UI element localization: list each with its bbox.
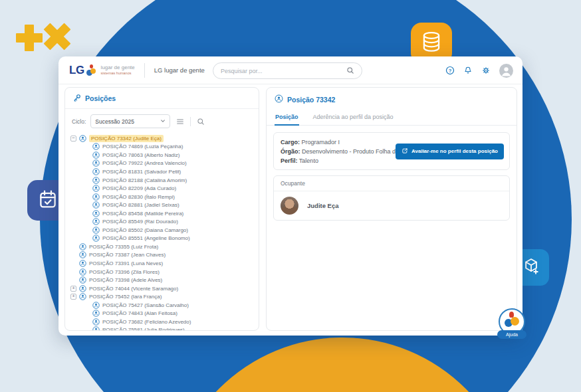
external-link-icon <box>402 147 408 155</box>
tree-item[interactable]: +POSIÇÃO 74044 (Vicente Saramago) <box>68 284 255 293</box>
tree-item[interactable]: POSIÇÃO 73398 (Adele Alves) <box>68 276 255 284</box>
person-icon <box>92 168 100 175</box>
help-fab-button[interactable]: Ajuda <box>497 308 526 340</box>
desktop-background: LG lugar de gente sistemas humanos LG lu… <box>0 0 581 392</box>
tree-item-label: POSIÇÃO 74869 (Luzia Peçanha) <box>102 144 183 149</box>
tree-item-label: POSIÇÃO 85549 (Raí Dourado) <box>102 219 178 225</box>
occupant-name: Judite Eça <box>307 202 339 209</box>
tree-item[interactable]: POSIÇÃO 74869 (Luzia Peçanha) <box>68 143 255 151</box>
gear-icon[interactable] <box>481 66 491 75</box>
position-detail-title: Posição 73342 <box>287 96 335 104</box>
bell-icon[interactable] <box>463 66 473 75</box>
logo-mark-icon <box>86 64 96 76</box>
tree-item[interactable]: POSIÇÃO 85549 (Raí Dourado) <box>68 217 255 226</box>
database-icon <box>419 30 443 56</box>
tree-item[interactable]: POSIÇÃO 79922 (Andrea Valencio) <box>68 159 255 168</box>
positions-panel: Posições Ciclo: Sucessão 2025 <box>64 87 259 331</box>
tree-item[interactable]: POSIÇÃO 73387 (Jean Chaves) <box>68 251 255 260</box>
tree-item[interactable]: POSIÇÃO 75427 (Sansão Carvalho) <box>68 301 255 310</box>
position-info-card: Cargo: Programador I Órgão: Desenvolvime… <box>273 132 510 170</box>
search-icon[interactable] <box>346 66 356 76</box>
positions-panel-header: Posições <box>65 88 259 109</box>
person-icon <box>92 185 100 192</box>
mascot-icon-orange <box>511 317 519 326</box>
tree-item[interactable]: POSIÇÃO 81831 (Salvador Petit) <box>68 167 255 176</box>
occupant-row[interactable]: Judite Eça <box>274 191 509 220</box>
tree-item[interactable]: +POSIÇÃO 75452 (Iara França) <box>68 292 255 301</box>
person-icon <box>92 143 100 150</box>
tree-item[interactable]: POSIÇÃO 85551 (Angeline Bonomo) <box>68 235 255 243</box>
person-icon <box>92 201 100 209</box>
tree-item[interactable]: POSIÇÃO 82881 (Jadiel Seixas) <box>68 201 255 209</box>
position-detail-panel: Posição 73342 Posição Aderência ao perfi… <box>266 87 517 331</box>
tree-item-label: POSIÇÃO 82881 (Jadiel Seixas) <box>102 202 179 208</box>
app-title: LG lugar de gente <box>154 66 205 74</box>
perfil-value: Talento <box>299 157 318 164</box>
list-view-icon[interactable] <box>175 116 185 127</box>
lg-logo: LG lugar de gente sistemas humanos <box>69 64 135 77</box>
header-actions: ? <box>445 56 513 84</box>
positions-panel-title: Posições <box>85 94 116 102</box>
person-circle-icon <box>275 94 283 104</box>
x-shape-icon <box>37 16 78 57</box>
tree-item[interactable]: POSIÇÃO 82209 (Ada Curado) <box>68 184 255 193</box>
svg-text:?: ? <box>449 68 452 74</box>
tree-item[interactable]: −POSIÇÃO 73342 (Judite Eça) <box>68 134 255 143</box>
key-icon <box>73 94 81 103</box>
person-icon <box>92 326 100 331</box>
tab-posicao[interactable]: Posição <box>275 110 299 126</box>
expand-icon[interactable]: + <box>70 286 76 292</box>
person-icon <box>92 210 100 217</box>
person-icon <box>92 177 100 184</box>
tree-item-label: POSIÇÃO 81831 (Salvador Petit) <box>102 169 181 175</box>
tree-item[interactable]: POSIÇÃO 73682 (Feliciano Azevedo) <box>68 318 255 326</box>
position-detail-header: Posição 73342 <box>267 88 517 104</box>
help-icon[interactable]: ? <box>445 66 455 75</box>
tree-item[interactable]: POSIÇÃO 85458 (Matilde Pereira) <box>68 209 255 218</box>
evaluate-profile-button[interactable]: Avaliar-me no perfil desta posição <box>396 144 504 159</box>
logo-tagline: lugar de gente sistemas humanos <box>101 65 135 75</box>
person-icon <box>79 243 86 250</box>
tree-search-icon[interactable] <box>195 116 206 127</box>
tab-aderencia[interactable]: Aderência ao perfil da posição <box>312 110 394 126</box>
cargo-value: Programador I <box>302 139 340 146</box>
tree-item-label: POSIÇÃO 78063 (Alberto Nadiz) <box>102 152 180 158</box>
calendar-check-icon <box>37 188 59 213</box>
tree-item[interactable]: POSIÇÃO 73391 (Luna Neves) <box>68 259 255 268</box>
tree-item[interactable]: POSIÇÃO 78063 (Alberto Nadiz) <box>68 151 255 159</box>
app-window: LG lugar de gente sistemas humanos LG lu… <box>58 56 523 336</box>
person-icon <box>92 218 100 225</box>
tree-item[interactable]: POSIÇÃO 82830 (Ítalo Rempi) <box>68 193 255 201</box>
tree-item-label: POSIÇÃO 82830 (Ítalo Rempi) <box>102 194 175 200</box>
chevron-down-icon <box>160 118 166 125</box>
evaluate-profile-button-label: Avaliar-me no perfil desta posição <box>411 148 498 154</box>
expand-icon[interactable]: + <box>70 294 76 300</box>
tree-item[interactable]: POSIÇÃO 73396 (Zila Flores) <box>68 268 255 276</box>
logo-tagline-line1: lugar de gente <box>101 65 135 71</box>
logo-tagline-line2: sistemas humanos <box>101 71 135 75</box>
person-icon <box>92 235 100 242</box>
tree-item[interactable]: POSIÇÃO 85502 (Daiana Camargo) <box>68 226 255 235</box>
search-input[interactable] <box>219 67 346 75</box>
collapse-icon[interactable]: − <box>70 136 76 142</box>
global-search[interactable] <box>213 62 362 79</box>
help-fab-label: Ajuda <box>497 330 526 339</box>
cycle-label: Ciclo: <box>72 118 86 125</box>
tree-item[interactable]: POSIÇÃO 82188 (Catalina Amorim) <box>68 176 255 185</box>
user-avatar[interactable] <box>499 64 513 78</box>
tree-item[interactable]: POSIÇÃO 73355 (Luiz Frota) <box>68 243 255 251</box>
logo-lg-text: LG <box>69 64 84 77</box>
filter-divider <box>190 117 191 126</box>
cycle-select[interactable]: Sucessão 2025 <box>90 114 170 128</box>
cycle-filter-row: Ciclo: Sucessão 2025 <box>65 109 259 132</box>
tree-item-label: POSIÇÃO 73396 (Zila Flores) <box>89 269 160 275</box>
occupant-card: Ocupante Judite Eça <box>273 175 510 221</box>
person-icon <box>79 268 86 276</box>
mascot-icon-red <box>509 312 514 318</box>
person-icon <box>79 293 86 300</box>
tree-item[interactable]: POSIÇÃO 75581 (Julia Rodrigues) <box>68 326 255 331</box>
person-icon <box>92 193 100 201</box>
tree-item-label: POSIÇÃO 85458 (Matilde Pereira) <box>102 211 183 217</box>
tree-item-label: POSIÇÃO 85502 (Daiana Camargo) <box>102 227 188 233</box>
tree-item[interactable]: POSIÇÃO 74843 (Alan Feitosa) <box>68 309 255 318</box>
